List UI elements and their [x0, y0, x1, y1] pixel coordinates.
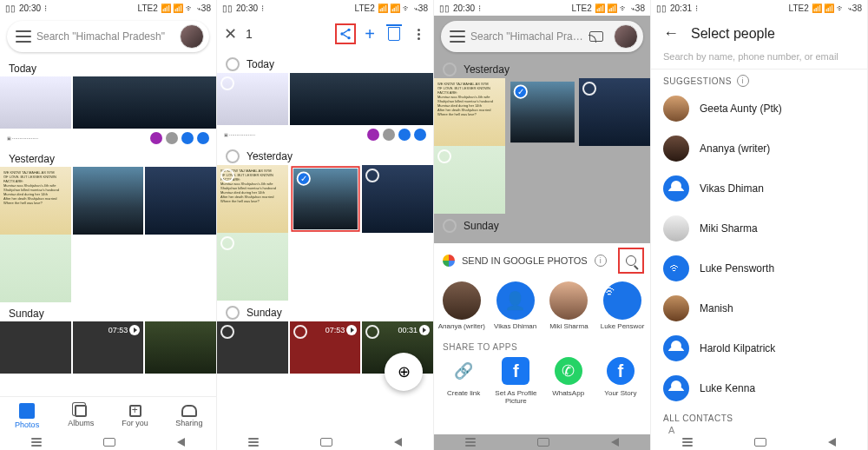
- photo-thumb[interactable]: [362, 165, 433, 233]
- facebook-story-icon: f: [607, 357, 635, 385]
- photo-thumb[interactable]: [73, 76, 216, 129]
- delete-button[interactable]: [386, 26, 402, 42]
- foryou-icon: [129, 405, 141, 417]
- video-thumb[interactable]: [145, 321, 216, 374]
- person-miki[interactable]: Miki Sharma: [545, 281, 594, 330]
- zoom-fab[interactable]: ⊕: [385, 353, 423, 391]
- recent-icon[interactable]: [31, 441, 42, 443]
- section-today: Today: [0, 57, 216, 76]
- facebook-icon: f: [502, 357, 529, 385]
- story-row[interactable]: ▣ ⋯⋯⋯⋯⋯⋯: [217, 125, 433, 144]
- app-fb-profile[interactable]: fSet As Profile Picture: [490, 355, 542, 406]
- search-contacts-input[interactable]: Search by name, phone number, or email: [651, 48, 867, 69]
- contact-luke-k[interactable]: Luke Kenna: [651, 368, 867, 408]
- section-yesterday[interactable]: Yesterday: [217, 144, 433, 165]
- apps-row: 🔗Create link fSet As Profile Picture ✆Wh…: [434, 355, 650, 413]
- back-arrow-icon[interactable]: ←: [663, 24, 679, 43]
- nav-photos[interactable]: Photos: [0, 397, 54, 434]
- contact-harold[interactable]: Harold Kilpatrick: [651, 328, 867, 368]
- cast-icon: [589, 31, 603, 42]
- section-yesterday: Yesterday: [0, 148, 216, 167]
- search-people-button[interactable]: [621, 250, 641, 271]
- search-placeholder: Search "Himachal Pradesh": [36, 30, 174, 43]
- photo-thumb[interactable]: WE KNOW TAJ MAHAL AS SYMOF LOVE. BUT LES…: [217, 165, 288, 233]
- bottom-nav: Photos Albums For you Sharing: [0, 396, 216, 434]
- menu-icon: [450, 30, 465, 43]
- video-thumb[interactable]: [0, 321, 71, 374]
- photo-thumb[interactable]: [0, 235, 71, 302]
- system-nav: [434, 434, 650, 450]
- close-icon[interactable]: ✕: [224, 24, 237, 43]
- all-contacts-header: ALL CONTACTS: [651, 408, 867, 423]
- panel-select-people: ▯▯20:31⁝ LTE2 📶 📶 ᯤ ⌁38 ← Select people …: [651, 0, 868, 450]
- video-thumb[interactable]: [217, 321, 288, 374]
- person-vikas[interactable]: 👤Vikas Dhiman: [491, 281, 540, 330]
- nav-foryou[interactable]: For you: [108, 397, 162, 434]
- video-thumb[interactable]: 07:53: [290, 321, 361, 374]
- photo-thumb[interactable]: WE KNOW TAJ MAHAL AS SYMOF LOVE. BUT LES…: [0, 167, 71, 235]
- info-icon[interactable]: i: [595, 255, 607, 267]
- add-to-button[interactable]: +: [362, 26, 378, 42]
- check-icon: ✓: [296, 172, 310, 186]
- photo-thumb[interactable]: [217, 233, 288, 301]
- video-thumb[interactable]: 07:53: [73, 321, 144, 374]
- nav-sharing[interactable]: Sharing: [162, 397, 216, 434]
- status-bar: ▯▯20:30⁝ LTE2 📶 📶 ᯤ ⌁38: [217, 0, 433, 16]
- select-all-ring[interactable]: [226, 57, 240, 71]
- photo-thumb[interactable]: [290, 73, 433, 125]
- wifi-icon: ᯤ: [603, 281, 621, 301]
- photo-thumb[interactable]: [0, 76, 71, 129]
- contact-manish[interactable]: Manish: [651, 288, 867, 328]
- back-icon[interactable]: [177, 438, 185, 447]
- select-all-ring[interactable]: [226, 149, 240, 163]
- photo-thumb-selected[interactable]: ✓: [293, 169, 358, 229]
- search-placeholder: Search "Himachal Pra…: [470, 30, 584, 43]
- whatsapp-icon: ✆: [555, 357, 582, 385]
- share-sheet: SEND IN GOOGLE PHOTOS i Ananya (writer) …: [434, 243, 650, 434]
- select-people-header: ← Select people: [651, 16, 867, 48]
- albums-icon: [75, 405, 87, 417]
- signal-icon: ▯▯: [5, 3, 16, 13]
- panel-photo-selected: ▯▯20:30⁝ LTE2 📶 📶 ᯤ ⌁38 ✕ 1 + Today ▣ ⋯⋯…: [217, 0, 434, 450]
- status-right-icons: LTE2 📶 📶 ᯤ ⌁38: [138, 3, 211, 13]
- person-luke[interactable]: ᯤLuke Penswor: [598, 281, 647, 330]
- kebab-icon: [418, 29, 420, 40]
- select-all-ring[interactable]: [226, 306, 240, 320]
- suggestions-list: Geeta Aunty (Ptk) Ananya (writer) Vikas …: [651, 89, 867, 408]
- share-button[interactable]: [338, 26, 353, 42]
- share-to-apps-label: SHARE TO APPS: [434, 337, 650, 355]
- selected-count: 1: [246, 27, 329, 41]
- status-bar: ▯▯20:30⁝ LTE2 📶 📶 ᯤ ⌁38: [434, 0, 650, 16]
- contact-ananya[interactable]: Ananya (writer): [651, 129, 867, 169]
- info-icon[interactable]: i: [737, 75, 749, 87]
- menu-icon[interactable]: [16, 30, 31, 43]
- photo-thumb[interactable]: [145, 167, 216, 235]
- overflow-button[interactable]: [411, 26, 426, 42]
- status-bar: ▯▯20:31⁝ LTE2 📶 📶 ᯤ ⌁38: [651, 0, 867, 16]
- contact-miki[interactable]: Miki Sharma: [651, 208, 867, 248]
- search-bar[interactable]: Search "Himachal Pradesh": [7, 21, 209, 52]
- section-today[interactable]: Today: [217, 52, 433, 73]
- section-sunday[interactable]: Sunday: [217, 301, 433, 321]
- account-avatar[interactable]: [180, 24, 204, 49]
- share-icon: [339, 27, 352, 41]
- more-icon: ⁝: [44, 3, 47, 13]
- photo-thumb[interactable]: [217, 73, 288, 125]
- home-icon[interactable]: [103, 438, 115, 447]
- app-create-link[interactable]: 🔗Create link: [437, 355, 490, 406]
- sheet-header: SEND IN GOOGLE PHOTOS i: [434, 243, 650, 278]
- contact-luke-p[interactable]: ᯤLuke Pensworth: [651, 248, 867, 288]
- person-ananya[interactable]: Ananya (writer): [437, 281, 486, 330]
- contact-geeta[interactable]: Geeta Aunty (Ptk): [651, 89, 867, 129]
- account-avatar: [614, 24, 638, 49]
- nav-albums[interactable]: Albums: [54, 397, 108, 434]
- photo-thumb[interactable]: [73, 167, 144, 235]
- story-row[interactable]: ▣ ⋯⋯⋯⋯⋯⋯: [0, 129, 216, 148]
- app-your-story[interactable]: fYour Story: [595, 355, 647, 406]
- contact-vikas[interactable]: Vikas Dhiman: [651, 169, 867, 208]
- app-whatsapp[interactable]: ✆WhatsApp: [542, 355, 595, 406]
- google-photos-icon: [443, 255, 455, 267]
- search-bar: Search "Himachal Pra…: [441, 21, 643, 52]
- panel-share-sheet: ▯▯20:30⁝ LTE2 📶 📶 ᯤ ⌁38 Search "Himachal…: [434, 0, 651, 450]
- wifi-icon: ᯤ: [663, 255, 689, 281]
